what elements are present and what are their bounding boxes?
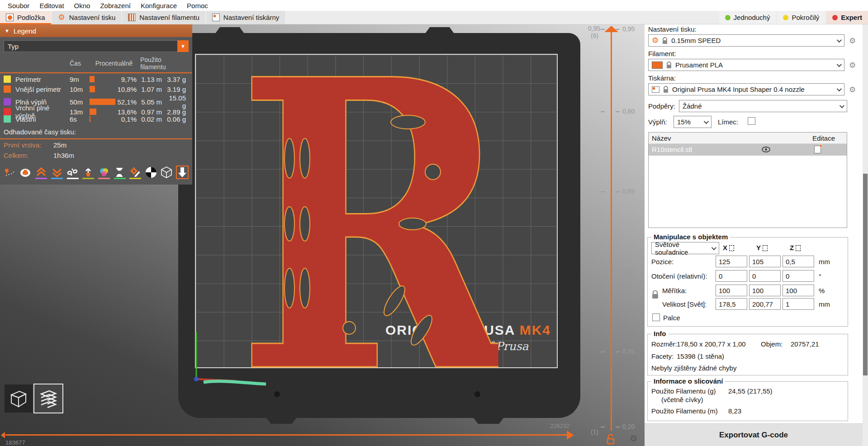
total-time: Celkem:1h36m bbox=[0, 150, 192, 160]
legend-header[interactable]: ▼ Legend bbox=[0, 24, 192, 37]
filament-gear-button[interactable]: ⚙ bbox=[849, 61, 856, 70]
object-row[interactable]: R10stencil.stl bbox=[649, 144, 847, 156]
printer-gear-button[interactable]: ⚙ bbox=[849, 85, 856, 95]
scrollbar-thumb[interactable] bbox=[863, 174, 868, 375]
retractions-icon[interactable] bbox=[35, 166, 47, 179]
size-z-input[interactable] bbox=[783, 298, 814, 310]
custom-gcode-icon[interactable] bbox=[129, 166, 142, 179]
legend-row-external-perimeter[interactable]: Vnější perimetr10m 10,8%1.07 m3.19 g bbox=[0, 84, 192, 94]
sidebar-scrollbar[interactable] bbox=[863, 24, 868, 446]
color-changes-icon[interactable] bbox=[98, 166, 110, 179]
vslider-tick-label: 0,20 bbox=[622, 423, 635, 430]
tool-changes-icon[interactable] bbox=[82, 166, 95, 179]
view-type-value: Typ bbox=[8, 43, 19, 50]
wipe-icon[interactable] bbox=[19, 166, 32, 179]
print-settings-dropdown[interactable]: ⚙ 0.15mm SPEED bbox=[648, 34, 844, 47]
right-sidebar: Nastavení tisku: ⚙ 0.15mm SPEED ⚙ Filame… bbox=[645, 24, 863, 446]
print-settings-gear-button[interactable]: ⚙ bbox=[849, 36, 856, 46]
printer-dropdown[interactable]: Original Prusa MK4 Input Shaper 0.4 nozz… bbox=[648, 83, 844, 95]
menu-window[interactable]: Okno bbox=[69, 1, 95, 10]
legend-row-perimeter[interactable]: Perimetr9m 9,7%1.13 m3.37 g bbox=[0, 74, 192, 84]
scale-lock-icon[interactable] bbox=[651, 290, 659, 299]
scale-z-input[interactable] bbox=[783, 285, 814, 296]
axis-box-icon bbox=[729, 245, 734, 251]
rotation-x-input[interactable] bbox=[716, 270, 747, 282]
tool-marker-icon[interactable] bbox=[176, 166, 189, 179]
printer-icon bbox=[652, 86, 659, 93]
green-dot-icon bbox=[725, 15, 730, 20]
editor-view-button[interactable] bbox=[5, 384, 33, 413]
mode-advanced-button[interactable]: Pokročilý bbox=[777, 11, 825, 24]
filament-meters-value: 8,23 bbox=[728, 407, 741, 415]
menu-help[interactable]: Pomoc bbox=[182, 1, 213, 10]
vslider-track[interactable] bbox=[611, 32, 612, 431]
tab-print-settings-label: Nastavení tisku bbox=[69, 14, 116, 21]
coordinate-system-dropdown[interactable]: Světové souřadnice bbox=[651, 242, 719, 254]
legend-row-solid-infill[interactable]: Plná výplň50m 52,1%5.05 m15.05 g bbox=[0, 94, 192, 104]
slider-settings-gear-icon[interactable]: ⚙ bbox=[630, 433, 637, 444]
axis-header-x: X bbox=[723, 244, 734, 251]
supports-value: Žádné bbox=[683, 102, 702, 110]
shells-cube-icon[interactable] bbox=[161, 166, 173, 179]
mode-expert-button[interactable]: Expert bbox=[826, 11, 868, 24]
filament-color-swatch bbox=[652, 62, 663, 69]
object-edit-icon[interactable] bbox=[814, 146, 821, 153]
view-type-dropdown[interactable]: Typ ▼ bbox=[4, 40, 189, 52]
menu-file[interactable]: Soubor bbox=[3, 1, 34, 10]
scale-y-input[interactable] bbox=[749, 285, 781, 296]
position-z-input[interactable] bbox=[783, 256, 814, 267]
size-unit: mm bbox=[819, 300, 830, 308]
tab-printer-settings[interactable]: Nastavení tiskárny bbox=[206, 11, 286, 24]
travel-paths-icon[interactable] bbox=[4, 166, 16, 179]
tab-printer-settings-label: Nastavení tiskárny bbox=[223, 14, 279, 21]
size-y-input[interactable] bbox=[749, 298, 781, 310]
visibility-eye-icon[interactable] bbox=[762, 147, 770, 152]
size-x-input[interactable] bbox=[716, 298, 747, 310]
scale-x-input[interactable] bbox=[716, 285, 747, 296]
pause-prints-icon[interactable] bbox=[114, 166, 126, 179]
menu-view[interactable]: Zobrazení bbox=[95, 1, 136, 10]
hslider-left-arrow[interactable] bbox=[1, 432, 5, 438]
export-gcode-button[interactable]: Exportovat G-code bbox=[645, 423, 863, 446]
position-y-input[interactable] bbox=[749, 256, 781, 267]
facets-value: 15398 (1 stěna) bbox=[677, 352, 724, 360]
layers-icon bbox=[38, 389, 58, 408]
menu-edit[interactable]: Editovat bbox=[34, 1, 69, 10]
axis-header-z: Z bbox=[790, 244, 801, 251]
vslider-bottom-layer-count: (1) bbox=[591, 428, 598, 436]
object-manipulation-group: Manipulace s objektem Světové souřadnice… bbox=[647, 237, 848, 327]
cube-icon bbox=[9, 389, 28, 408]
dropdown-arrow-icon[interactable]: ▼ bbox=[177, 40, 189, 52]
axis-box-icon bbox=[763, 245, 768, 251]
collapse-icon[interactable]: ▼ bbox=[5, 28, 9, 33]
hslider-handle[interactable] bbox=[567, 431, 574, 440]
brim-checkbox[interactable] bbox=[748, 117, 755, 125]
rotation-z-input[interactable] bbox=[783, 270, 814, 282]
menu-configuration[interactable]: Konfigurace bbox=[136, 1, 182, 10]
tab-print-settings[interactable]: ⚙ Nastavení tisku bbox=[52, 11, 123, 24]
tab-plater[interactable]: Podložka bbox=[0, 11, 52, 24]
bed-screw-hole bbox=[274, 391, 280, 397]
mode-simple-label: Jednoduchý bbox=[734, 14, 770, 21]
axis-box-icon bbox=[796, 245, 801, 251]
hslider-right-value: 226232 bbox=[550, 422, 569, 429]
position-x-input[interactable] bbox=[716, 256, 747, 267]
seams-icon[interactable] bbox=[66, 166, 79, 179]
supports-dropdown[interactable]: Žádné bbox=[679, 100, 847, 112]
unlock-icon[interactable] bbox=[606, 434, 615, 445]
center-of-mass-icon[interactable] bbox=[145, 166, 157, 179]
vslider-tick-label: 0,35 bbox=[622, 348, 635, 355]
color-swatch bbox=[4, 108, 11, 115]
vslider-tick-label: 0,65 bbox=[622, 188, 635, 195]
deretractions-icon[interactable] bbox=[51, 166, 63, 179]
hslider-track[interactable] bbox=[5, 434, 567, 436]
filament-dropdown[interactable]: Prusament PLA bbox=[648, 59, 844, 71]
tab-filament-settings[interactable]: Nastavení filamentu bbox=[122, 11, 206, 24]
mode-simple-button[interactable]: Jednoduchý bbox=[719, 11, 776, 24]
legend-row-custom[interactable]: Vlastní6s 0,1%0.02 m0.06 g bbox=[0, 114, 192, 124]
inches-checkbox[interactable] bbox=[652, 313, 660, 321]
filament-meters-label: Použito Filamentu (m) bbox=[651, 407, 718, 415]
rotation-y-input[interactable] bbox=[749, 270, 781, 282]
infill-dropdown[interactable]: 15% bbox=[674, 116, 711, 128]
preview-view-button[interactable] bbox=[34, 384, 62, 413]
